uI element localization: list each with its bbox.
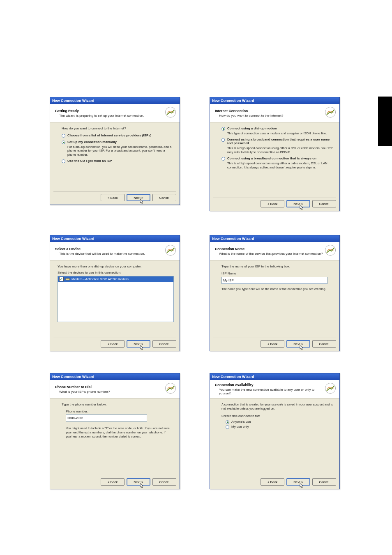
window-title: New Connection Wizard	[210, 235, 339, 242]
radio-manual-desc: For a dial-up connection, you will need …	[67, 145, 174, 157]
window-title: New Connection Wizard	[50, 373, 180, 380]
page-title: Phone Number to Dial	[55, 385, 110, 389]
wizard-getting-ready: New Connection Wizard Getting Ready The …	[50, 97, 180, 205]
wizard-phone-number: New Connection Wizard Phone Number to Di…	[50, 373, 180, 489]
back-button[interactable]: < Back	[261, 340, 284, 348]
info-text: A connection that is created for your us…	[221, 403, 334, 411]
page-subtitle: You can make the new connection availabl…	[215, 388, 325, 395]
radio-broadband-userpass-label: Connect using a broadband connection tha…	[227, 138, 334, 145]
cancel-button[interactable]: Cancel	[312, 478, 336, 486]
wizard-header: Select a Device This is the device that …	[50, 242, 180, 260]
page-subtitle: What is the name of the service that pro…	[215, 252, 323, 256]
wizard-header: Connection Name What is the name of the …	[210, 242, 339, 260]
window-title: New Connection Wizard	[50, 97, 180, 104]
radio-broadband-userpass-desc: This is a high-speed connection using ei…	[227, 146, 334, 154]
next-button[interactable]: Next >	[127, 478, 150, 486]
question-text: How do you want to connect to the Intern…	[62, 127, 174, 130]
wizard-logo-icon	[165, 244, 176, 258]
window-title: New Connection Wizard	[210, 373, 339, 380]
back-button[interactable]: < Back	[101, 194, 125, 201]
window-title: New Connection Wizard	[50, 235, 180, 242]
wizard-connection-name: New Connection Wizard Connection Name Wh…	[210, 235, 340, 351]
wizard-header: Internet Connection How do you want to c…	[210, 104, 339, 122]
cancel-button[interactable]: Cancel	[152, 194, 176, 201]
back-button[interactable]: < Back	[101, 340, 125, 348]
hint-text: The name you type here will be the name …	[221, 287, 334, 291]
hint-text: You might need to include a "1" or the a…	[66, 426, 171, 438]
cancel-button[interactable]: Cancel	[312, 340, 336, 348]
wizard-logo-icon	[325, 106, 336, 120]
radio-cd[interactable]	[62, 159, 65, 163]
radio-broadband-alwayson-desc: This is a high-speed connection using ei…	[227, 161, 334, 169]
cancel-button[interactable]: Cancel	[152, 340, 176, 348]
radio-manual-label: Set up my connection manually	[67, 140, 117, 144]
radio-broadband-userpass[interactable]	[221, 138, 225, 142]
page-title: Getting Ready	[55, 109, 144, 113]
wizard-header: Phone Number to Dial What is your ISP's …	[50, 380, 180, 398]
next-button[interactable]: Next >	[286, 340, 310, 348]
next-button[interactable]: Next >	[127, 340, 150, 348]
wizard-header: Getting Ready The wizard is preparing to…	[50, 104, 180, 122]
page-subtitle: The wizard is preparing to set up your I…	[55, 114, 144, 117]
wizard-connection-availability: New Connection Wizard Connection Availab…	[210, 373, 340, 489]
back-button[interactable]: < Back	[261, 200, 284, 207]
page-subtitle: This is the device that will be used to …	[55, 252, 145, 256]
page-title: Connection Name	[215, 247, 323, 251]
isp-name-label: ISP Name	[221, 272, 334, 275]
next-button[interactable]: Next >	[286, 478, 310, 486]
wizard-logo-icon	[165, 106, 176, 120]
wizard-header: Connection Availability You can make the…	[210, 380, 339, 398]
radio-dialup-label: Connect using a dial-up modem	[227, 127, 277, 130]
radio-isp-list-label: Choose from a list of Internet service p…	[67, 134, 152, 137]
radio-dialup[interactable]	[221, 127, 225, 131]
instruction-text: Select the devices to use in this connec…	[58, 271, 174, 274]
page-title: Connection Availability	[215, 383, 325, 387]
cancel-button[interactable]: Cancel	[152, 478, 176, 486]
phone-label: Phone number:	[66, 410, 174, 413]
modem-icon	[65, 277, 70, 281]
radio-myuse[interactable]	[226, 425, 229, 429]
create-for-label: Create this connection for:	[221, 414, 334, 418]
device-checkbox-icon[interactable]: ✓	[59, 277, 64, 281]
page-side-tab	[378, 97, 392, 146]
radio-broadband-alwayson-label: Connect using a broadband connection tha…	[227, 157, 316, 160]
device-name: Modem - Actiontec MDC AC'97 Modem	[71, 277, 129, 281]
page-title: Internet Connection	[215, 109, 284, 113]
next-button[interactable]: Next >	[127, 194, 150, 201]
wizard-logo-icon	[165, 382, 176, 396]
radio-anyone[interactable]	[226, 420, 229, 424]
next-button[interactable]: Next >	[286, 200, 310, 207]
radio-isp-list[interactable]	[62, 134, 65, 138]
radio-manual[interactable]	[62, 140, 65, 144]
wizard-logo-icon	[325, 244, 336, 258]
page-title: Select a Device	[55, 247, 145, 251]
radio-anyone-label: Anyone's use	[231, 420, 251, 424]
device-list-item[interactable]: ✓ Modem - Actiontec MDC AC'97 Modem	[58, 276, 173, 282]
phone-input[interactable]	[66, 415, 147, 421]
page-subtitle: What is your ISP's phone number?	[55, 390, 110, 394]
back-button[interactable]: < Back	[101, 478, 125, 486]
wizard-select-device: New Connection Wizard Select a Device Th…	[50, 235, 180, 351]
wizard-logo-icon	[325, 382, 336, 396]
window-title: New Connection Wizard	[210, 97, 339, 104]
radio-cd-label: Use the CD I got from an ISP	[67, 159, 112, 163]
cancel-button[interactable]: Cancel	[312, 200, 336, 207]
radio-dialup-desc: This type of connection uses a modem and…	[227, 131, 334, 135]
wizard-internet-connection: New Connection Wizard Internet Connectio…	[210, 97, 340, 211]
radio-broadband-alwayson[interactable]	[221, 157, 225, 161]
instruction-text: Type the name of your ISP in the followi…	[221, 265, 334, 268]
device-listbox[interactable]: ✓ Modem - Actiontec MDC AC'97 Modem	[58, 276, 174, 322]
page-subtitle: How do you want to connect to the Intern…	[215, 114, 284, 117]
info-text: You have more than one dial-up device on…	[58, 265, 174, 268]
back-button[interactable]: < Back	[261, 478, 284, 486]
isp-name-input[interactable]	[221, 277, 327, 284]
instruction-text: Type the phone number below.	[62, 403, 174, 406]
radio-myuse-label: My use only	[231, 425, 249, 428]
